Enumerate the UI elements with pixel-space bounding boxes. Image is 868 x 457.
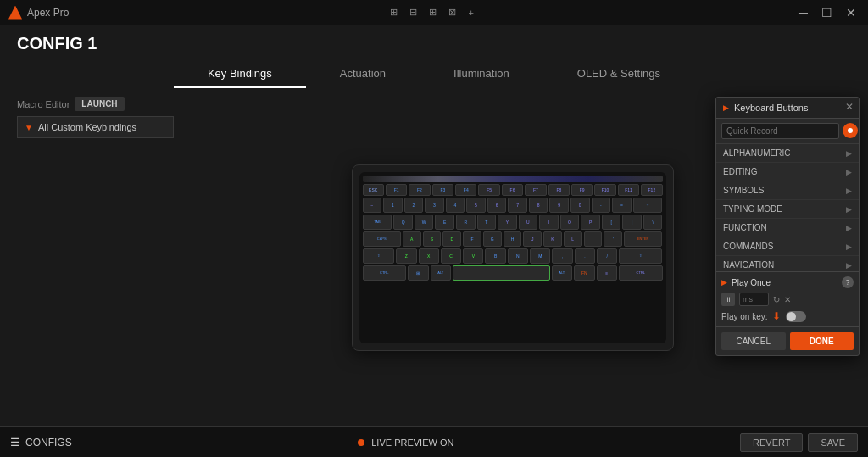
key-3[interactable]: 3	[425, 198, 444, 213]
key-a[interactable]: A	[403, 231, 421, 247]
key-2[interactable]: 2	[404, 198, 424, 213]
key-h[interactable]: H	[504, 231, 522, 247]
key-y[interactable]: Y	[498, 215, 517, 230]
key-tab[interactable]: TAB	[363, 215, 392, 230]
key-r[interactable]: R	[456, 215, 476, 230]
key-lshift[interactable]: ⇧	[363, 248, 395, 264]
key-rshift[interactable]: ⇧	[619, 248, 662, 264]
close-small-button[interactable]: ✕	[784, 295, 791, 304]
maximize-button[interactable]: ☐	[819, 6, 836, 20]
key-w[interactable]: W	[415, 215, 434, 230]
key-f3[interactable]: F3	[432, 184, 453, 196]
key-f6[interactable]: F6	[502, 184, 523, 196]
key-d[interactable]: D	[442, 231, 461, 247]
key-backspace[interactable]: ←	[633, 198, 663, 213]
key-quote[interactable]: '	[604, 231, 622, 247]
list-item-editing[interactable]: EDITING ▶	[716, 163, 859, 181]
key-f10[interactable]: F10	[594, 184, 615, 196]
key-6[interactable]: 6	[487, 198, 507, 213]
play-on-key-toggle[interactable]	[786, 311, 806, 322]
key-caps[interactable]: CAPS	[363, 231, 401, 247]
key-space[interactable]	[453, 265, 550, 281]
key-q[interactable]: Q	[393, 215, 413, 230]
key-f11[interactable]: F11	[618, 184, 639, 196]
list-item-typing-mode[interactable]: TYPING MODE ▶	[716, 200, 859, 219]
save-button[interactable]: SAVE	[808, 433, 858, 452]
key-o[interactable]: O	[560, 215, 580, 230]
keybindings-section[interactable]: ▼ All Custom Keybindings	[17, 116, 174, 138]
tab-actuation[interactable]: Actuation	[306, 60, 420, 88]
key-f9[interactable]: F9	[571, 184, 593, 196]
key-alt[interactable]: ALT	[431, 265, 452, 281]
key-n[interactable]: N	[508, 248, 528, 264]
ms-input[interactable]	[739, 293, 769, 306]
key-e[interactable]: E	[435, 215, 454, 230]
key-slash[interactable]: /	[597, 248, 617, 264]
key-menu[interactable]: ≡	[597, 265, 618, 281]
key-equal[interactable]: =	[612, 198, 632, 213]
key-s[interactable]: S	[423, 231, 442, 247]
list-item-commands[interactable]: COMMANDS ▶	[716, 237, 859, 256]
key-u[interactable]: U	[519, 215, 538, 230]
key-ctrl[interactable]: CTRL	[363, 265, 407, 281]
list-item-alphanumeric[interactable]: ALPHANUMERIC ▶	[716, 144, 859, 163]
key-m[interactable]: M	[530, 248, 550, 264]
pause-button[interactable]: ⏸	[721, 293, 735, 306]
repeat-icon[interactable]: ↻	[773, 295, 780, 304]
minimize-button[interactable]: ─	[795, 6, 812, 20]
key-f2[interactable]: F2	[409, 184, 430, 196]
key-rbracket[interactable]: ]	[622, 215, 642, 230]
tab-oled-settings[interactable]: OLED & Settings	[543, 60, 694, 88]
key-f[interactable]: F	[463, 231, 481, 247]
key-1[interactable]: 1	[383, 198, 403, 213]
key-4[interactable]: 4	[446, 198, 465, 213]
configs-button[interactable]: ☰ CONFIGS	[10, 436, 72, 449]
revert-button[interactable]: REVERT	[740, 433, 803, 452]
key-p[interactable]: P	[581, 215, 600, 230]
done-button[interactable]: DONE	[790, 332, 854, 350]
tab-illumination[interactable]: Illumination	[420, 60, 543, 88]
key-0[interactable]: 0	[570, 198, 590, 213]
record-button[interactable]	[843, 123, 858, 138]
search-input[interactable]	[721, 123, 839, 139]
key-enter[interactable]: ENTER	[624, 231, 662, 247]
key-t[interactable]: T	[477, 215, 497, 230]
key-k[interactable]: K	[543, 231, 562, 247]
key-rctrl[interactable]: CTRL	[619, 265, 663, 281]
help-button[interactable]: ?	[842, 276, 854, 288]
list-item-symbols[interactable]: SYMBOLS ▶	[716, 181, 859, 200]
close-button[interactable]: ✕	[843, 6, 860, 20]
key-c[interactable]: C	[441, 248, 461, 264]
key-j[interactable]: J	[523, 231, 542, 247]
launch-button[interactable]: LAUNCH	[75, 97, 124, 111]
key-x[interactable]: X	[419, 248, 439, 264]
key-g[interactable]: G	[483, 231, 502, 247]
key-9[interactable]: 9	[549, 198, 569, 213]
key-ralt[interactable]: ALT	[552, 265, 573, 281]
list-item-navigation[interactable]: NAVIGATION ▶	[716, 256, 859, 271]
list-item-function[interactable]: FUNCTION ▶	[716, 219, 859, 237]
key-i[interactable]: I	[539, 215, 559, 230]
key-7[interactable]: 7	[508, 198, 527, 213]
key-f1[interactable]: F1	[386, 184, 407, 196]
key-lbracket[interactable]: [	[602, 215, 621, 230]
key-l[interactable]: L	[564, 231, 582, 247]
key-f4[interactable]: F4	[455, 184, 476, 196]
key-v[interactable]: V	[463, 248, 483, 264]
key-esc[interactable]: ESC	[363, 184, 384, 196]
key-z[interactable]: Z	[396, 248, 416, 264]
key-8[interactable]: 8	[529, 198, 548, 213]
popup-close-button[interactable]: ✕	[845, 101, 854, 113]
key-b[interactable]: B	[485, 248, 505, 264]
key-minus[interactable]: -	[592, 198, 611, 213]
key-period[interactable]: .	[575, 248, 595, 264]
key-f7[interactable]: F7	[525, 184, 546, 196]
key-5[interactable]: 5	[466, 198, 486, 213]
key-win[interactable]: ⊞	[408, 265, 429, 281]
key-tilde[interactable]: ~	[363, 198, 382, 213]
key-f5[interactable]: F5	[478, 184, 499, 196]
key-semicolon[interactable]: ;	[584, 231, 603, 247]
key-comma[interactable]: ,	[552, 248, 572, 264]
key-f8[interactable]: F8	[548, 184, 570, 196]
tab-key-bindings[interactable]: Key Bindings	[174, 60, 306, 88]
